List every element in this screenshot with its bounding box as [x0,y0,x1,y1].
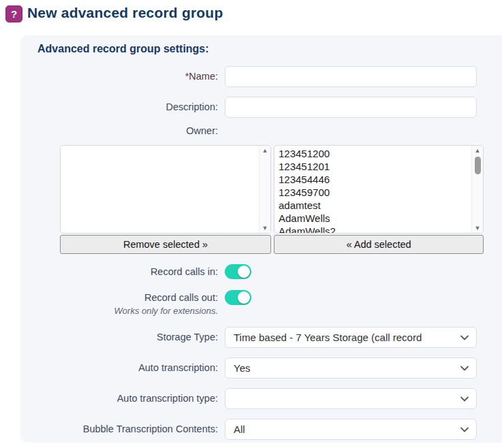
scroll-down-icon[interactable]: ▼ [262,225,268,231]
chevron-down-icon [460,364,469,373]
add-selected-button[interactable]: « Add selected [274,235,484,254]
scroll-down-icon[interactable]: ▼ [475,225,481,231]
owner-selected-scrollbar[interactable]: ▲ ▼ [471,146,483,233]
toggle-knob [238,291,250,304]
owner-selected-options: 123451200123451201123454446123459700adam… [274,146,471,233]
chevron-down-icon [460,333,469,342]
owner-selected-listbox[interactable]: 123451200123451201123454446123459700adam… [274,145,484,234]
bubble-transcription-contents-label: Bubble Transcription Contents: [20,419,218,440]
owner-available-options [61,146,259,233]
list-item[interactable]: 123451200 [279,147,471,160]
chevron-down-icon [460,394,469,404]
bubble-transcription-contents-value: All [234,423,456,435]
auto-transcription-value: Yes [234,362,456,374]
owner-label: Owner: [20,124,218,138]
name-label: *Name: [20,66,218,87]
page: ? New advanced record group Advanced rec… [0,0,502,448]
auto-transcription-type-select[interactable] [225,388,477,409]
name-input[interactable] [225,66,477,87]
record-calls-in-label: Record calls in: [20,264,218,279]
toggle-knob [238,266,250,278]
record-calls-out-note: Works only for extensions. [20,306,218,316]
scroll-up-icon[interactable]: ▲ [475,147,481,154]
description-input[interactable] [225,97,477,118]
list-item[interactable]: AdamWells2 [279,225,471,233]
owner-available-listbox[interactable]: ▲ ▼ [60,145,271,234]
panel-heading: Advanced record group settings: [37,43,209,55]
list-item[interactable]: 123459700 [279,186,471,199]
scroll-up-icon[interactable]: ▲ [262,147,268,154]
record-calls-out-label: Record calls out: [20,290,218,305]
owner-available-scrollbar[interactable]: ▲ ▼ [259,146,270,233]
description-label: Description: [20,97,218,118]
auto-transcription-type-label: Auto transcription type: [20,388,218,409]
record-calls-out-toggle[interactable] [225,290,251,305]
remove-selected-button[interactable]: Remove selected » [60,235,271,254]
storage-type-value: Time based - 7 Years Storage (call recor… [234,332,456,343]
record-calls-in-toggle[interactable] [225,264,251,279]
list-item[interactable]: adamtest [279,199,471,212]
scrollbar-thumb[interactable] [475,157,481,174]
list-item[interactable]: 123451201 [279,160,471,173]
bubble-transcription-contents-select[interactable]: All [225,419,477,440]
storage-type-label: Storage Type: [20,327,218,348]
storage-type-select[interactable]: Time based - 7 Years Storage (call recor… [225,327,477,348]
chevron-down-icon [460,425,469,434]
page-title: New advanced record group [27,5,223,21]
settings-panel: Advanced record group settings: *Name: D… [20,35,502,443]
auto-transcription-label: Auto transcription: [20,357,218,379]
help-icon[interactable]: ? [5,5,22,22]
list-item[interactable]: 123454446 [279,173,471,186]
list-item[interactable]: AdamWells [279,212,471,225]
auto-transcription-select[interactable]: Yes [225,357,477,379]
